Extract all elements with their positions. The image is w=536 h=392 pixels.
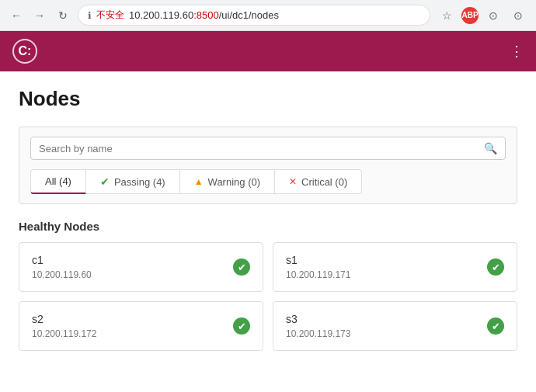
url-port: :8500 (193, 9, 219, 21)
warning-icon: ▲ (194, 176, 204, 187)
header-menu-icon[interactable]: ⋮ (510, 43, 524, 60)
back-button[interactable]: ← (8, 7, 25, 24)
node-status-icon: ✔ (233, 317, 250, 335)
star-icon[interactable]: ☆ (437, 5, 457, 26)
reload-button[interactable]: ↻ (54, 7, 71, 24)
node-card[interactable]: c1 10.200.119.60 ✔ (19, 242, 263, 292)
node-name: s3 (286, 313, 350, 325)
app-logo: C: (12, 39, 37, 64)
tab-all-label: All (4) (45, 175, 71, 187)
page-content: Nodes 🔍 All (4) ✔ Passing (4) ▲ Warning … (0, 71, 536, 382)
tab-warning[interactable]: ▲ Warning (0) (180, 169, 275, 194)
node-ip: 10.200.119.60 (32, 269, 92, 280)
browser-chrome: ← → ↻ ℹ 不安全 10.200.119.60:8500/ui/dc1/no… (0, 0, 536, 31)
url-display: 10.200.119.60:8500/ui/dc1/nodes (129, 9, 279, 21)
node-info: s3 10.200.119.173 (286, 313, 350, 339)
section-title: Healthy Nodes (19, 220, 517, 233)
address-bar[interactable]: ℹ 不安全 10.200.119.60:8500/ui/dc1/nodes (78, 5, 430, 26)
tab-passing-label: Passing (4) (114, 176, 165, 188)
check-icon: ✔ (100, 175, 110, 188)
node-card[interactable]: s3 10.200.119.173 ✔ (273, 301, 517, 351)
node-ip: 10.200.119.173 (286, 328, 350, 339)
node-info: c1 10.200.119.60 (32, 254, 92, 280)
node-name: s1 (286, 254, 350, 266)
node-ip: 10.200.119.172 (32, 328, 96, 339)
browser-actions: ☆ ABP ⊙ ⊙ (437, 5, 528, 26)
search-row: 🔍 (30, 137, 506, 160)
url-path: /ui/dc1/nodes (219, 9, 279, 21)
forward-button[interactable]: → (31, 7, 48, 24)
insecure-label: 不安全 (96, 9, 124, 22)
critical-icon: ✕ (289, 176, 297, 187)
tab-all[interactable]: All (4) (30, 169, 86, 194)
browser-toolbar: ← → ↻ ℹ 不安全 10.200.119.60:8500/ui/dc1/no… (0, 0, 536, 30)
filter-tabs: All (4) ✔ Passing (4) ▲ Warning (0) ✕ Cr… (30, 169, 506, 194)
tab-critical-label: Critical (0) (301, 176, 347, 188)
node-status-icon: ✔ (487, 317, 504, 335)
page-title: Nodes (19, 87, 517, 111)
node-status-icon: ✔ (487, 258, 504, 276)
search-icon: 🔍 (484, 142, 497, 154)
node-name: s2 (32, 313, 96, 325)
node-info: s2 10.200.119.172 (32, 313, 96, 339)
filter-bar: 🔍 All (4) ✔ Passing (4) ▲ Warning (0) ✕ … (19, 127, 517, 204)
tab-warning-label: Warning (0) (208, 176, 260, 188)
account-icon[interactable]: ⊙ (508, 5, 528, 26)
extension-icon[interactable]: ⊙ (483, 5, 503, 26)
logo-icon: C: (12, 39, 37, 64)
tab-critical[interactable]: ✕ Critical (0) (275, 169, 362, 194)
node-ip: 10.200.119.171 (286, 269, 350, 280)
search-input[interactable] (39, 143, 478, 154)
abp-icon[interactable]: ABP (461, 7, 479, 24)
node-status-icon: ✔ (233, 258, 250, 276)
node-card[interactable]: s1 10.200.119.171 ✔ (273, 242, 517, 292)
tab-passing[interactable]: ✔ Passing (4) (86, 169, 180, 194)
node-name: c1 (32, 254, 92, 266)
app-header: C: ⋮ (0, 31, 536, 71)
nodes-grid: c1 10.200.119.60 ✔ s1 10.200.119.171 ✔ s… (19, 242, 517, 351)
node-info: s1 10.200.119.171 (286, 254, 350, 280)
info-icon: ℹ (88, 10, 92, 21)
node-card[interactable]: s2 10.200.119.172 ✔ (19, 301, 263, 351)
url-base: 10.200.119.60 (129, 9, 193, 21)
